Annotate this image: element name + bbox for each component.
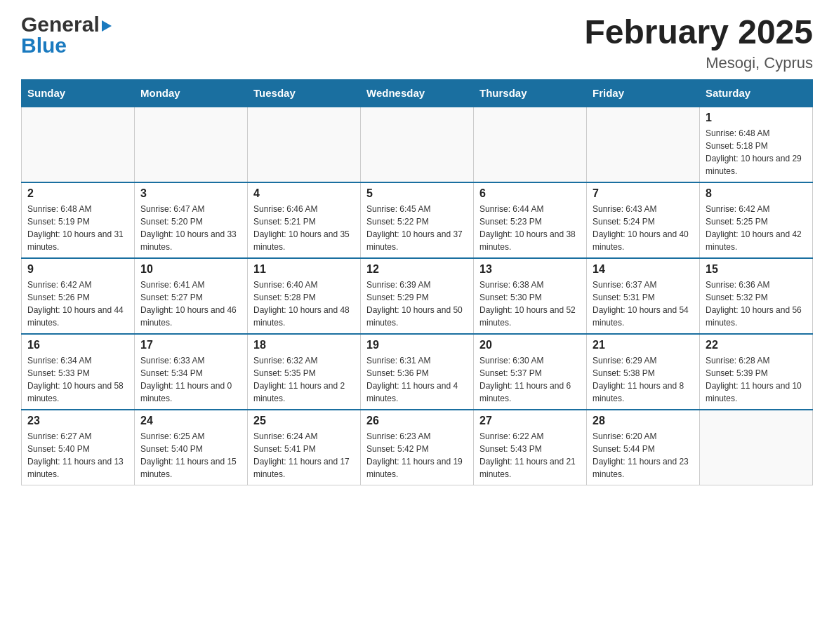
col-thursday: Thursday [474, 79, 587, 107]
table-row: 4Sunrise: 6:46 AM Sunset: 5:21 PM Daylig… [248, 182, 361, 258]
day-number: 27 [479, 415, 581, 427]
day-number: 15 [706, 263, 807, 276]
calendar-week-row: 2Sunrise: 6:48 AM Sunset: 5:19 PM Daylig… [22, 182, 813, 258]
table-row: 22Sunrise: 6:28 AM Sunset: 5:39 PM Dayli… [700, 334, 813, 410]
table-row: 20Sunrise: 6:30 AM Sunset: 5:37 PM Dayli… [474, 334, 587, 410]
table-row: 14Sunrise: 6:37 AM Sunset: 5:31 PM Dayli… [587, 258, 700, 334]
title-block: February 2025 Mesogi, Cyprus [584, 14, 813, 72]
day-info: Sunrise: 6:30 AM Sunset: 5:37 PM Dayligh… [479, 354, 581, 405]
day-info: Sunrise: 6:23 AM Sunset: 5:42 PM Dayligh… [366, 430, 468, 481]
day-number: 12 [366, 263, 468, 276]
page-header: General Blue February 2025 Mesogi, Cypru… [21, 14, 813, 72]
table-row: 1Sunrise: 6:48 AM Sunset: 5:18 PM Daylig… [700, 107, 813, 182]
table-row: 25Sunrise: 6:24 AM Sunset: 5:41 PM Dayli… [248, 410, 361, 485]
day-number: 18 [253, 339, 355, 351]
table-row: 28Sunrise: 6:20 AM Sunset: 5:44 PM Dayli… [587, 410, 700, 485]
day-number: 17 [140, 339, 241, 351]
table-row: 27Sunrise: 6:22 AM Sunset: 5:43 PM Dayli… [474, 410, 587, 485]
calendar-week-row: 9Sunrise: 6:42 AM Sunset: 5:26 PM Daylig… [22, 258, 813, 334]
table-row: 23Sunrise: 6:27 AM Sunset: 5:40 PM Dayli… [22, 410, 135, 485]
day-number: 9 [27, 263, 128, 276]
day-number: 26 [366, 415, 468, 427]
day-info: Sunrise: 6:42 AM Sunset: 5:25 PM Dayligh… [706, 203, 807, 253]
day-number: 4 [253, 187, 355, 200]
table-row: 3Sunrise: 6:47 AM Sunset: 5:20 PM Daylig… [135, 182, 248, 258]
day-info: Sunrise: 6:41 AM Sunset: 5:27 PM Dayligh… [140, 279, 241, 329]
day-number: 10 [140, 263, 241, 276]
col-saturday: Saturday [700, 79, 813, 107]
day-number: 19 [366, 339, 468, 351]
day-number: 28 [593, 415, 694, 427]
calendar-table: Sunday Monday Tuesday Wednesday Thursday… [21, 79, 813, 485]
day-info: Sunrise: 6:29 AM Sunset: 5:38 PM Dayligh… [593, 354, 694, 405]
table-row: 16Sunrise: 6:34 AM Sunset: 5:33 PM Dayli… [22, 334, 135, 410]
day-number: 22 [706, 339, 807, 351]
table-row: 10Sunrise: 6:41 AM Sunset: 5:27 PM Dayli… [135, 258, 248, 334]
day-info: Sunrise: 6:48 AM Sunset: 5:18 PM Dayligh… [706, 127, 807, 177]
table-row: 13Sunrise: 6:38 AM Sunset: 5:30 PM Dayli… [474, 258, 587, 334]
table-row: 15Sunrise: 6:36 AM Sunset: 5:32 PM Dayli… [700, 258, 813, 334]
day-info: Sunrise: 6:43 AM Sunset: 5:24 PM Dayligh… [593, 203, 694, 253]
day-info: Sunrise: 6:47 AM Sunset: 5:20 PM Dayligh… [140, 203, 241, 253]
day-number: 23 [27, 415, 128, 427]
table-row [474, 107, 587, 182]
day-info: Sunrise: 6:36 AM Sunset: 5:32 PM Dayligh… [706, 279, 807, 329]
day-number: 3 [140, 187, 241, 200]
day-info: Sunrise: 6:28 AM Sunset: 5:39 PM Dayligh… [706, 354, 807, 405]
table-row [700, 410, 813, 485]
table-row: 24Sunrise: 6:25 AM Sunset: 5:40 PM Dayli… [135, 410, 248, 485]
day-info: Sunrise: 6:37 AM Sunset: 5:31 PM Dayligh… [593, 279, 694, 329]
day-info: Sunrise: 6:24 AM Sunset: 5:41 PM Dayligh… [253, 430, 355, 481]
day-info: Sunrise: 6:48 AM Sunset: 5:19 PM Dayligh… [27, 203, 128, 253]
table-row [135, 107, 248, 182]
col-friday: Friday [587, 79, 700, 107]
day-number: 2 [27, 187, 128, 200]
table-row: 2Sunrise: 6:48 AM Sunset: 5:19 PM Daylig… [22, 182, 135, 258]
month-title: February 2025 [584, 14, 813, 51]
day-number: 16 [27, 339, 128, 351]
table-row [248, 107, 361, 182]
day-info: Sunrise: 6:46 AM Sunset: 5:21 PM Dayligh… [253, 203, 355, 253]
table-row: 12Sunrise: 6:39 AM Sunset: 5:29 PM Dayli… [361, 258, 474, 334]
table-row: 7Sunrise: 6:43 AM Sunset: 5:24 PM Daylig… [587, 182, 700, 258]
calendar-header-row: Sunday Monday Tuesday Wednesday Thursday… [22, 79, 813, 107]
day-info: Sunrise: 6:25 AM Sunset: 5:40 PM Dayligh… [140, 430, 241, 481]
day-info: Sunrise: 6:40 AM Sunset: 5:28 PM Dayligh… [253, 279, 355, 329]
day-number: 5 [366, 187, 468, 200]
table-row: 18Sunrise: 6:32 AM Sunset: 5:35 PM Dayli… [248, 334, 361, 410]
day-number: 25 [253, 415, 355, 427]
table-row: 5Sunrise: 6:45 AM Sunset: 5:22 PM Daylig… [361, 182, 474, 258]
day-info: Sunrise: 6:44 AM Sunset: 5:23 PM Dayligh… [479, 203, 581, 253]
logo-line1: General [21, 14, 112, 35]
day-info: Sunrise: 6:27 AM Sunset: 5:40 PM Dayligh… [27, 430, 128, 481]
day-number: 13 [479, 263, 581, 276]
day-number: 21 [593, 339, 694, 351]
day-info: Sunrise: 6:32 AM Sunset: 5:35 PM Dayligh… [253, 354, 355, 405]
day-number: 20 [479, 339, 581, 351]
table-row: 8Sunrise: 6:42 AM Sunset: 5:25 PM Daylig… [700, 182, 813, 258]
day-info: Sunrise: 6:33 AM Sunset: 5:34 PM Dayligh… [140, 354, 241, 405]
col-tuesday: Tuesday [248, 79, 361, 107]
day-info: Sunrise: 6:20 AM Sunset: 5:44 PM Dayligh… [593, 430, 694, 481]
calendar-week-row: 23Sunrise: 6:27 AM Sunset: 5:40 PM Dayli… [22, 410, 813, 485]
day-number: 24 [140, 415, 241, 427]
day-info: Sunrise: 6:31 AM Sunset: 5:36 PM Dayligh… [366, 354, 468, 405]
location: Mesogi, Cyprus [584, 54, 813, 72]
day-number: 1 [706, 112, 807, 124]
day-info: Sunrise: 6:38 AM Sunset: 5:30 PM Dayligh… [479, 279, 581, 329]
day-info: Sunrise: 6:42 AM Sunset: 5:26 PM Dayligh… [27, 279, 128, 329]
col-monday: Monday [135, 79, 248, 107]
calendar-week-row: 1Sunrise: 6:48 AM Sunset: 5:18 PM Daylig… [22, 107, 813, 182]
day-info: Sunrise: 6:45 AM Sunset: 5:22 PM Dayligh… [366, 203, 468, 253]
table-row: 17Sunrise: 6:33 AM Sunset: 5:34 PM Dayli… [135, 334, 248, 410]
day-number: 6 [479, 187, 581, 200]
col-wednesday: Wednesday [361, 79, 474, 107]
table-row [587, 107, 700, 182]
logo: General Blue [21, 14, 112, 56]
logo-line2: Blue [21, 35, 112, 56]
day-number: 8 [706, 187, 807, 200]
day-number: 7 [593, 187, 694, 200]
table-row: 26Sunrise: 6:23 AM Sunset: 5:42 PM Dayli… [361, 410, 474, 485]
table-row: 6Sunrise: 6:44 AM Sunset: 5:23 PM Daylig… [474, 182, 587, 258]
table-row: 9Sunrise: 6:42 AM Sunset: 5:26 PM Daylig… [22, 258, 135, 334]
